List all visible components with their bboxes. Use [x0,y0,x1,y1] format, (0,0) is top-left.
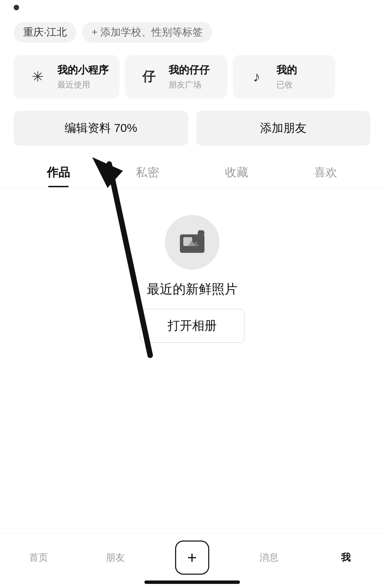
location-area: 重庆·江北 + 添加学校、性别等标签 [0,15,384,48]
tab-likes[interactable]: 喜欢 [281,156,370,187]
status-dot [14,5,19,10]
music-icon: ♪ [244,64,270,90]
nav-home-label: 首页 [29,551,48,564]
nav-friends[interactable]: 朋友 [77,551,154,564]
tab-private[interactable]: 私密 [103,156,192,187]
image-placeholder-icon [179,230,206,254]
add-tag-button[interactable]: + 添加学校、性别等标签 [82,22,212,43]
nav-plus[interactable]: + [154,541,230,575]
nav-home[interactable]: 首页 [0,551,77,564]
quick-app-mini-program[interactable]: ✳ 我的小程序 最近使用 [14,55,119,98]
add-friend-button[interactable]: 添加朋友 [196,111,371,146]
bottom-nav: 首页 朋友 + 消息 我 [0,533,384,588]
quick-app-zaizai[interactable]: 仔 我的仔仔 朋友广场 [125,55,227,98]
content-area: 最近的新鲜照片 打开相册 [0,188,384,370]
tab-works[interactable]: 作品 [14,156,103,187]
empty-icon [165,215,219,270]
zaizai-name: 我的仔仔 [169,63,210,77]
edit-profile-button[interactable]: 编辑资料 70% [14,111,188,146]
empty-title: 最近的新鲜照片 [147,281,238,298]
content-tabs: 作品 私密 收藏 喜欢 [0,156,384,188]
nav-messages[interactable]: 消息 [230,551,307,564]
status-bar [0,0,384,15]
location-tag[interactable]: 重庆·江北 [14,22,76,43]
quick-app-music[interactable]: ♪ 我的 已收 [233,55,335,98]
open-album-button[interactable]: 打开相册 [140,309,244,343]
home-indicator [144,580,240,584]
mini-program-name: 我的小程序 [57,63,109,77]
nav-me[interactable]: 我 [307,551,384,564]
nav-plus-button[interactable]: + [175,541,209,575]
tab-favorites[interactable]: 收藏 [192,156,281,187]
mini-program-desc: 最近使用 [57,79,109,90]
zaizai-desc: 朋友广场 [169,79,210,90]
quick-apps-row: ✳ 我的小程序 最近使用 仔 我的仔仔 朋友广场 ♪ 我的 已收 [0,48,384,105]
nav-friends-label: 朋友 [106,551,125,564]
music-app-desc: 已收 [276,79,297,90]
music-app-name: 我的 [276,63,297,77]
mini-program-icon: ✳ [25,64,51,90]
zaizai-icon: 仔 [136,64,162,90]
action-buttons: 编辑资料 70% 添加朋友 [0,105,384,151]
nav-me-label: 我 [341,551,351,564]
nav-messages-label: 消息 [259,551,279,564]
